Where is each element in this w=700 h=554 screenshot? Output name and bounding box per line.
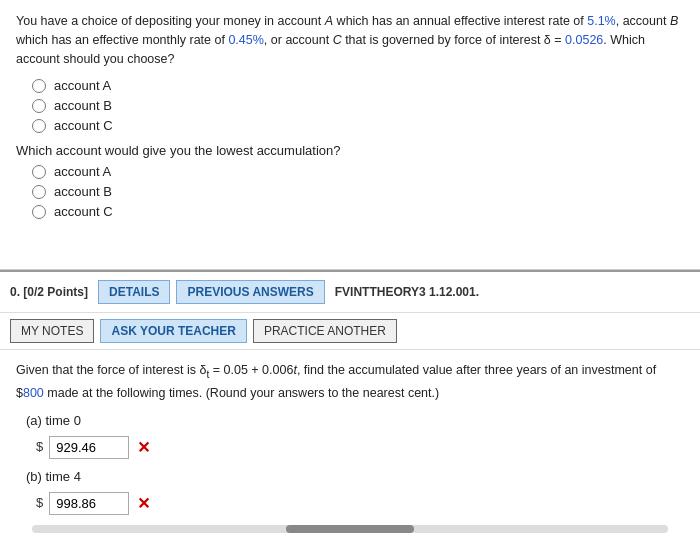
radio-c1-label: account C	[54, 118, 113, 133]
radio-item-b2[interactable]: account B	[32, 184, 684, 199]
part-a-clear-button[interactable]: ✕	[133, 438, 154, 457]
part-b-input[interactable]	[49, 492, 129, 515]
rate2: 0.45%	[228, 33, 263, 47]
previous-answers-button[interactable]: PREVIOUS ANSWERS	[176, 280, 324, 304]
notes-row: MY NOTES ASK YOUR TEACHER PRACTICE ANOTH…	[0, 313, 700, 350]
radio-c2-label: account C	[54, 204, 113, 219]
radio-item-b1[interactable]: account B	[32, 98, 684, 113]
radio-item-a1[interactable]: account A	[32, 78, 684, 93]
rate3: 0.0526	[565, 33, 603, 47]
details-button[interactable]: DETAILS	[98, 280, 170, 304]
part-b-clear-button[interactable]: ✕	[133, 494, 154, 513]
radio-b1-label: account B	[54, 98, 112, 113]
part-b-label: (b) time 4	[26, 467, 684, 488]
points-label: 0. [0/2 Points]	[10, 285, 88, 299]
part-b-input-row: $ ✕	[36, 492, 684, 515]
top-section: You have a choice of depositing your mon…	[0, 0, 700, 270]
radio-a2[interactable]	[32, 165, 46, 179]
radio-a1[interactable]	[32, 79, 46, 93]
toolbar-row: 0. [0/2 Points] DETAILS PREVIOUS ANSWERS…	[0, 272, 700, 313]
question2-options: account A account B account C	[32, 164, 684, 219]
content-area: Given that the force of interest is δt =…	[0, 350, 700, 547]
radio-item-c2[interactable]: account C	[32, 204, 684, 219]
radio-b1[interactable]	[32, 99, 46, 113]
ask-teacher-button[interactable]: ASK YOUR TEACHER	[100, 319, 246, 343]
practice-another-button[interactable]: PRACTICE ANOTHER	[253, 319, 397, 343]
rate1: 5.1%	[587, 14, 616, 28]
radio-item-c1[interactable]: account C	[32, 118, 684, 133]
question1-options: account A account B account C	[32, 78, 684, 133]
radio-c2[interactable]	[32, 205, 46, 219]
bottom-section: 0. [0/2 Points] DETAILS PREVIOUS ANSWERS…	[0, 270, 700, 547]
radio-b2-label: account B	[54, 184, 112, 199]
part-a-label: (a) time 0	[26, 411, 684, 432]
my-notes-button[interactable]: MY NOTES	[10, 319, 94, 343]
scrollbar[interactable]	[32, 525, 668, 533]
investment-amount: 800	[23, 386, 44, 400]
problem-id: FVINTTHEORY3 1.12.001.	[335, 285, 479, 299]
scrollbar-thumb	[286, 525, 413, 533]
dollar-sign-b: $	[36, 493, 43, 514]
problem-statement: Given that the force of interest is δt =…	[16, 360, 684, 403]
radio-b2[interactable]	[32, 185, 46, 199]
part-a-input[interactable]	[49, 436, 129, 459]
radio-item-a2[interactable]: account A	[32, 164, 684, 179]
dollar-sign-a: $	[36, 437, 43, 458]
question2-text: Which account would give you the lowest …	[16, 143, 684, 158]
problem-description: You have a choice of depositing your mon…	[16, 12, 684, 68]
part-a-input-row: $ ✕	[36, 436, 684, 459]
radio-a2-label: account A	[54, 164, 111, 179]
radio-a1-label: account A	[54, 78, 111, 93]
radio-c1[interactable]	[32, 119, 46, 133]
